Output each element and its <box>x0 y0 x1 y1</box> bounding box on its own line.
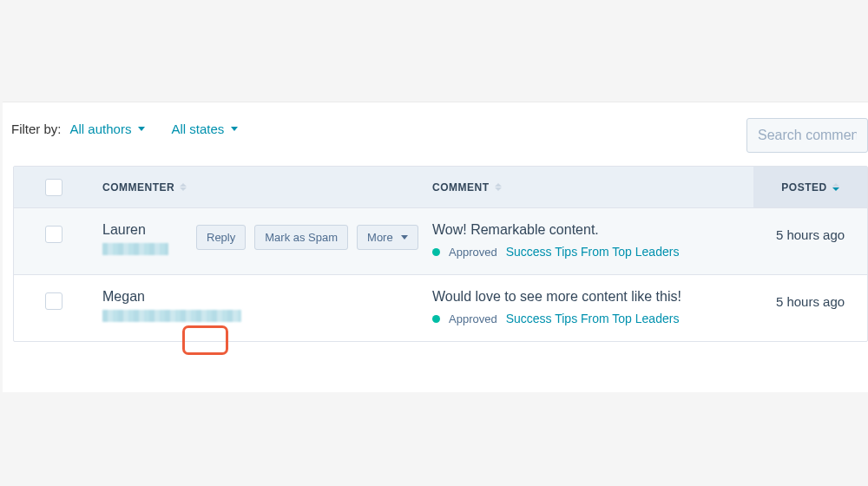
column-comment[interactable]: COMMENT <box>432 181 753 194</box>
chevron-down-icon <box>138 127 145 131</box>
status-text: Approved <box>449 312 497 325</box>
table-row: Lauren Reply Mark as Spam More Wow! Rema… <box>14 207 867 274</box>
column-posted-label: POSTED <box>781 181 826 194</box>
status-dot-icon <box>432 315 440 323</box>
search-input[interactable] <box>746 118 868 153</box>
chevron-down-icon <box>401 235 408 240</box>
search-container <box>746 118 868 153</box>
commenter-email-obscured <box>102 243 168 255</box>
table-header: COMMENTER COMMENT POSTED <box>14 167 867 207</box>
comment-text: Wow! Remarkable content. <box>432 222 753 238</box>
filter-authors-label: All authors <box>70 122 132 136</box>
comment-meta: Approved Success Tips From Top Leaders <box>432 312 753 325</box>
comment-cell: Would love to see more content like this… <box>432 289 753 325</box>
column-comment-label: COMMENT <box>432 181 490 194</box>
comments-panel: Filter by: All authors All states COMMEN… <box>3 102 868 392</box>
posted-cell: 5 hours ago <box>753 289 867 309</box>
comment-cell: Wow! Remarkable content. Approved Succes… <box>432 222 753 259</box>
post-link[interactable]: Success Tips From Top Leaders <box>506 245 680 259</box>
row-check-cell <box>14 289 94 310</box>
column-posted[interactable]: POSTED <box>753 167 867 207</box>
filter-by-label: Filter by: <box>11 122 62 136</box>
mark-as-spam-button[interactable]: Mark as Spam <box>254 225 348 250</box>
commenter-email-obscured <box>102 310 241 322</box>
row-check-cell <box>14 222 94 243</box>
filter-states-label: All states <box>171 122 224 136</box>
sort-icon <box>832 183 839 191</box>
commenter-cell: Megan <box>94 289 432 322</box>
comment-text: Would love to see more content like this… <box>432 289 753 305</box>
post-link[interactable]: Success Tips From Top Leaders <box>506 312 680 325</box>
column-commenter[interactable]: COMMENTER <box>94 181 432 194</box>
more-button[interactable]: More <box>357 225 418 250</box>
status-text: Approved <box>449 246 497 259</box>
posted-cell: 5 hours ago <box>753 222 867 242</box>
status-dot-icon <box>432 248 440 256</box>
commenter-name: Lauren <box>102 222 181 238</box>
filter-bar: Filter by: All authors All states <box>3 102 868 155</box>
sort-icon <box>495 183 502 191</box>
filter-states-dropdown[interactable]: All states <box>171 122 238 136</box>
commenter-cell: Lauren Reply Mark as Spam More <box>94 222 432 255</box>
column-commenter-label: COMMENTER <box>102 181 174 194</box>
comments-table: COMMENTER COMMENT POSTED Lauren <box>13 166 868 342</box>
commenter-name: Megan <box>102 289 432 305</box>
table-row: Megan Would love to see more content lik… <box>14 274 867 341</box>
select-all-cell <box>14 179 94 196</box>
sort-icon <box>180 183 187 191</box>
chevron-down-icon <box>231 127 238 131</box>
row-checkbox[interactable] <box>45 292 62 310</box>
row-checkbox[interactable] <box>45 226 62 243</box>
row-actions: Reply Mark as Spam More <box>196 225 418 250</box>
filter-authors-dropdown[interactable]: All authors <box>70 122 146 136</box>
comment-meta: Approved Success Tips From Top Leaders <box>432 245 753 259</box>
select-all-checkbox[interactable] <box>45 179 62 196</box>
reply-button[interactable]: Reply <box>196 225 246 250</box>
